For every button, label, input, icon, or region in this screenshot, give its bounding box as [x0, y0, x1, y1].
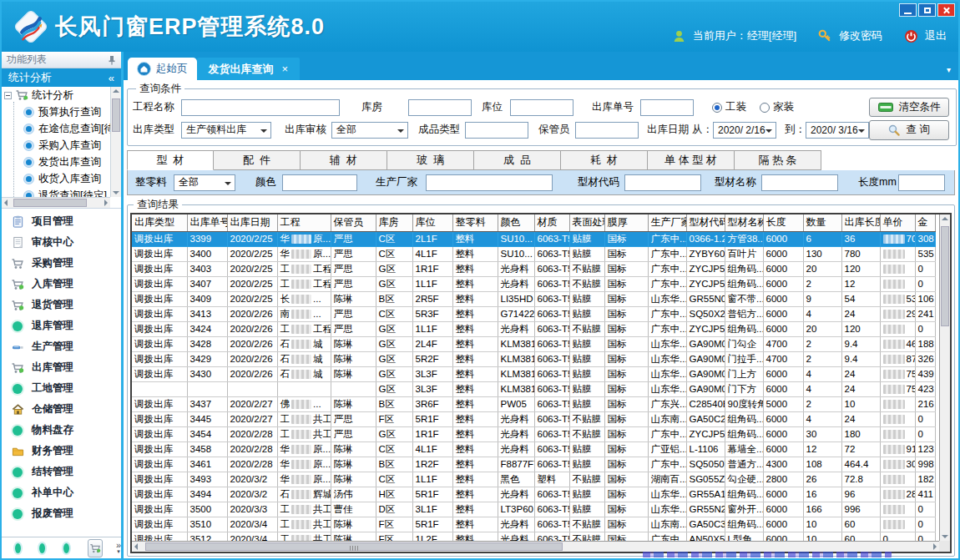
tree-item[interactable]: 采购入库查询 [2, 137, 110, 154]
tree-vertical-scrollbar[interactable] [110, 87, 121, 197]
column-header-单价[interactable]: 单价 [880, 214, 915, 231]
table-row[interactable]: 调拨出库34092020/2/25长...陈琳B区2R5F整料LI35HD606… [132, 291, 935, 306]
module-dot-icon[interactable] [39, 543, 45, 553]
tab-list-dropdown-icon[interactable]: ▾ [947, 65, 951, 74]
search-button[interactable]: 查 询 [869, 120, 949, 140]
maker-input[interactable] [426, 174, 553, 191]
tree-item[interactable]: 退货查询[待定] [2, 187, 110, 197]
product-type-input[interactable] [465, 122, 528, 139]
column-header-保管员[interactable]: 保管员 [331, 214, 376, 231]
date-to-picker[interactable]: 2020/ 3/16 [806, 122, 869, 139]
scroll-down-icon[interactable] [942, 535, 948, 538]
profile-name-input[interactable] [761, 174, 838, 191]
material-tab-辅材[interactable]: 辅 材 [301, 150, 387, 170]
scroll-up-icon[interactable] [942, 217, 948, 220]
table-row[interactable]: G区3L3F整料KLM38176063-T5贴膜国标山东华...GA90M09.… [132, 381, 935, 396]
column-header-数量[interactable]: 数量 [803, 214, 841, 231]
column-header-型材代码[interactable]: 型材代码 [686, 214, 725, 231]
table-row[interactable]: 调拨出库33992020/2/25华原...严思C区2L1F整料SU10...6… [132, 231, 935, 246]
column-header-出库类型[interactable]: 出库类型 [132, 214, 187, 231]
material-tab-单体型材[interactable]: 单 体 型 材 [648, 150, 735, 170]
column-header-金[interactable]: 金 [915, 214, 935, 231]
slot-input[interactable] [510, 99, 573, 116]
scroll-left-icon[interactable] [134, 543, 138, 550]
scroll-right-icon[interactable] [104, 199, 108, 206]
column-header-型材名称[interactable]: 型材名称 [725, 214, 763, 231]
scroll-up-icon[interactable] [113, 89, 119, 93]
audit-select[interactable]: 全部 [331, 122, 408, 139]
maximize-button[interactable] [918, 3, 936, 17]
tree-horizontal-scrollbar[interactable] [2, 197, 110, 208]
table-row[interactable]: 调拨出库34002020/2/25华原...严思C区4L1F整料SU10...6… [132, 246, 935, 261]
clear-conditions-button[interactable]: 清空条件 [869, 98, 949, 117]
tab-close-icon[interactable]: × [282, 63, 289, 75]
material-tab-隔热条[interactable]: 隔 热 条 [735, 150, 821, 170]
tab-shipment-outbound-query[interactable]: 发货出库查询 × [197, 58, 301, 80]
table-row[interactable]: 调拨出库34612020/2/28华原...陈琳B区1R2F整料F8877FT6… [132, 457, 935, 472]
date-from-picker[interactable]: 2020/ 2/16 [713, 122, 776, 139]
pin-icon[interactable] [108, 55, 116, 65]
sidebar-item-物料盘存[interactable]: 物料盘存 [2, 420, 121, 441]
tree-item[interactable]: 发货出库查询 [2, 154, 110, 170]
material-tab-耗材[interactable]: 耗 材 [561, 150, 648, 170]
material-tab-配件[interactable]: 配 件 [214, 150, 301, 170]
column-header-整零料[interactable]: 整零料 [452, 214, 498, 231]
column-header-表面处理[interactable]: 表面处理 [569, 214, 604, 231]
tree-item[interactable]: 收货入库查询 [2, 170, 110, 187]
table-row[interactable]: 调拨出库34132020/2/26南...严思C区5R3F整料G71422606… [132, 306, 935, 321]
color-input[interactable] [282, 174, 357, 191]
scrollbar-thumb[interactable] [112, 98, 120, 132]
sidebar-item-退货管理[interactable]: 退货管理 [2, 295, 121, 315]
table-row[interactable]: 调拨出库35102020/3/4工共工程陈琳F区5R1F整料光身料6063-T5… [132, 517, 935, 532]
cart-module-button[interactable] [88, 539, 102, 557]
sidebar-item-工地管理[interactable]: 工地管理 [2, 378, 121, 399]
column-header-工程[interactable]: 工程 [277, 214, 331, 231]
radio-icon[interactable] [760, 103, 770, 113]
collapse-icon[interactable]: « [109, 72, 114, 84]
column-header-长度[interactable]: 长度 [763, 214, 803, 231]
table-row[interactable]: 调拨出库34582020/2/28华原...陈琳C区4L1F整料光身料6063-… [132, 441, 935, 457]
material-tab-玻璃[interactable]: 玻 璃 [387, 150, 474, 170]
table-row[interactable]: 调拨出库34282020/2/26石城陈琳G区2L4F整料KLM38176063… [132, 336, 935, 351]
column-header-生产厂家[interactable]: 生产厂家 [648, 214, 686, 231]
tree-collapse-icon[interactable] [4, 92, 12, 99]
scroll-left-icon[interactable] [4, 199, 8, 206]
outbound-type-select[interactable]: 生产领料出库 [181, 122, 271, 139]
scroll-right-icon[interactable] [933, 543, 937, 550]
tab-home[interactable]: 起始页 [128, 58, 197, 80]
table-row[interactable]: 调拨出库34932020/3/2华原...陈琳C区1L1F整料黑色塑料不贴膜国标… [132, 472, 935, 487]
column-header-材质[interactable]: 材质 [534, 214, 569, 231]
whole-part-select[interactable]: 全部 [174, 174, 235, 191]
change-password-link[interactable]: 修改密码 [839, 28, 882, 43]
table-row[interactable]: 调拨出库34942020/3/2石辉城汤伟H区5R1F整料光身料6063-T5贴… [132, 487, 935, 502]
radio-option-工装[interactable]: 工装 [712, 100, 746, 114]
scrollbar-thumb[interactable] [145, 542, 563, 551]
material-tab-成品[interactable]: 成 品 [474, 150, 561, 170]
module-dot-icon[interactable] [63, 543, 69, 553]
column-header-库房[interactable]: 库房 [376, 214, 412, 231]
sidebar-item-结转管理[interactable]: 结转管理 [2, 462, 121, 482]
profile-code-input[interactable] [624, 174, 701, 191]
warehouse-input[interactable] [408, 99, 472, 116]
scrollbar-thumb[interactable] [941, 226, 949, 326]
minimize-button[interactable] [899, 3, 917, 17]
sidebar-item-仓储管理[interactable]: 仓储管理 [2, 399, 121, 420]
sidebar-item-财务管理[interactable]: 财务管理 [2, 441, 121, 462]
sidebar-item-采购管理[interactable]: 采购管理 [2, 253, 121, 274]
sidebar-item-生产管理[interactable]: 生产管理 [2, 336, 121, 357]
sidebar-item-出库管理[interactable]: 出库管理 [2, 357, 121, 378]
table-row[interactable]: 调拨出库34302020/2/26石城陈琳G区3L3F整料KLM38176063… [132, 366, 935, 381]
sidebar-item-报废管理[interactable]: 报废管理 [2, 503, 121, 524]
table-row[interactable]: 调拨出库34072020/2/25工工程严思G区1L1F整料光身料6063-T5… [132, 276, 935, 291]
scroll-down-icon[interactable] [113, 191, 119, 194]
column-header-库位[interactable]: 库位 [412, 214, 452, 231]
table-row[interactable]: 调拨出库35002020/3/3工共工程曹佳D区3L1F整料LT3P606063… [132, 502, 935, 517]
material-tab-型材[interactable]: 型 材 [127, 150, 214, 170]
grid-vertical-scrollbar[interactable] [939, 214, 950, 541]
outbound-no-input[interactable] [640, 99, 694, 116]
table-row[interactable]: 调拨出库34242020/2/26工工程严思G区1L1F整料光身料6063-T5… [132, 321, 935, 336]
sidebar-item-退库管理[interactable]: 退库管理 [2, 315, 121, 336]
table-row[interactable]: 调拨出库34542020/2/28工共工程严思G区1R1F整料光身料6063-T… [132, 426, 935, 441]
sidebar-item-项目管理[interactable]: 项目管理 [2, 211, 121, 232]
radio-option-家装[interactable]: 家装 [760, 100, 794, 114]
